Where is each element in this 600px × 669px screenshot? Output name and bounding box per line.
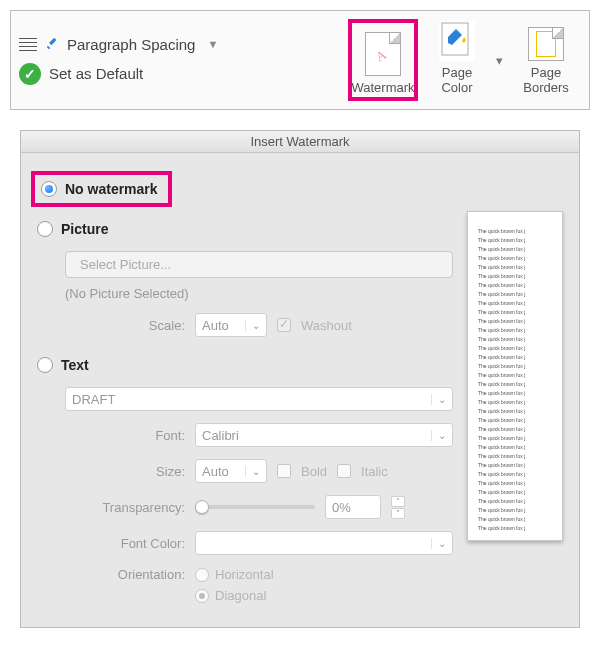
paragraph-spacing-icon	[19, 38, 37, 51]
chevron-down-icon: ⌄	[431, 430, 446, 441]
check-circle-icon: ✓	[19, 63, 41, 85]
text-label: Text	[61, 357, 89, 373]
page-color-icon	[439, 21, 475, 61]
page-borders-icon	[528, 27, 564, 61]
radio-icon	[37, 357, 53, 373]
ribbon-left-group: Paragraph Spacing ▼ ✓ Set as Default	[19, 36, 230, 85]
insert-watermark-dialog: Insert Watermark No watermark Picture Se…	[20, 130, 580, 628]
scale-label: Scale:	[65, 318, 185, 333]
dialog-title: Insert Watermark	[21, 131, 579, 153]
size-value: Auto	[202, 464, 229, 479]
font-select[interactable]: Calibri ⌄	[195, 423, 453, 447]
bold-checkbox[interactable]	[277, 464, 291, 478]
radio-icon	[195, 589, 209, 603]
orientation-horizontal-radio[interactable]: Horizontal	[195, 567, 274, 582]
select-picture-button[interactable]: Select Picture...	[65, 251, 453, 278]
slider-thumb-icon	[195, 500, 209, 514]
brush-icon	[45, 37, 59, 51]
italic-checkbox[interactable]	[337, 464, 351, 478]
chevron-down-icon: ⌄	[431, 394, 446, 405]
chevron-down-icon: ⌄	[245, 466, 260, 477]
radio-icon	[37, 221, 53, 237]
set-default-label: Set as Default	[49, 65, 143, 82]
horizontal-label: Horizontal	[215, 567, 274, 582]
transparency-label: Transparency:	[65, 500, 185, 515]
paragraph-spacing-label: Paragraph Spacing	[67, 36, 195, 53]
ribbon-toolbar: Paragraph Spacing ▼ ✓ Set as Default A W…	[10, 10, 590, 110]
svg-text:A: A	[373, 47, 389, 64]
bold-label: Bold	[301, 464, 327, 479]
scale-value: Auto	[202, 318, 229, 333]
size-select[interactable]: Auto ⌄	[195, 459, 267, 483]
watermark-text-value: DRAFT	[72, 392, 115, 407]
transparency-slider[interactable]	[195, 505, 315, 509]
page-borders-label: Page Borders	[517, 65, 575, 95]
washout-label: Washout	[301, 318, 352, 333]
no-watermark-radio[interactable]: No watermark	[31, 171, 172, 207]
no-watermark-label: No watermark	[65, 181, 158, 197]
no-picture-selected-label: (No Picture Selected)	[65, 286, 453, 301]
chevron-down-icon: ⌄	[245, 320, 260, 331]
chevron-down-icon: ⌄	[431, 538, 446, 549]
washout-checkbox[interactable]: ✓	[277, 318, 291, 332]
page-color-split: Page Color ▾	[422, 19, 507, 101]
transparency-stepper[interactable]: ˄ ˅	[391, 496, 405, 519]
font-color-select[interactable]: ⌄	[195, 531, 453, 555]
radio-icon	[195, 568, 209, 582]
page-borders-button[interactable]: Page Borders	[511, 19, 581, 101]
paragraph-spacing-button[interactable]: Paragraph Spacing ▼	[19, 36, 218, 53]
chevron-down-icon: ▼	[207, 38, 218, 50]
watermark-icon: A	[365, 32, 401, 76]
watermark-text-select[interactable]: DRAFT ⌄	[65, 387, 453, 411]
scale-select[interactable]: Auto ⌄	[195, 313, 267, 337]
watermark-button[interactable]: A Watermark	[348, 19, 418, 101]
orientation-diagonal-radio[interactable]: Diagonal	[195, 588, 274, 603]
watermark-label: Watermark	[351, 80, 414, 95]
page-color-label: Page Color	[428, 65, 486, 95]
page-color-more-icon[interactable]: ▾	[492, 53, 507, 68]
transparency-value[interactable]: 0%	[325, 495, 381, 519]
watermark-preview: The quick brown fox jThe quick brown fox…	[467, 211, 563, 541]
font-value: Calibri	[202, 428, 239, 443]
font-color-label: Font Color:	[65, 536, 185, 551]
picture-radio[interactable]: Picture	[37, 221, 453, 237]
diagonal-label: Diagonal	[215, 588, 266, 603]
page-color-button[interactable]: Page Color	[422, 19, 492, 101]
ribbon-right-group: A Watermark Page Color ▾ Page Borders	[348, 19, 581, 101]
stepper-down-icon: ˅	[391, 508, 405, 519]
set-default-button[interactable]: ✓ Set as Default	[19, 63, 218, 85]
text-radio[interactable]: Text	[37, 357, 453, 373]
radio-icon	[41, 181, 57, 197]
orientation-label: Orientation:	[65, 567, 185, 582]
picture-label: Picture	[61, 221, 108, 237]
italic-label: Italic	[361, 464, 388, 479]
size-label: Size:	[65, 464, 185, 479]
stepper-up-icon: ˄	[391, 496, 405, 507]
font-label: Font:	[65, 428, 185, 443]
